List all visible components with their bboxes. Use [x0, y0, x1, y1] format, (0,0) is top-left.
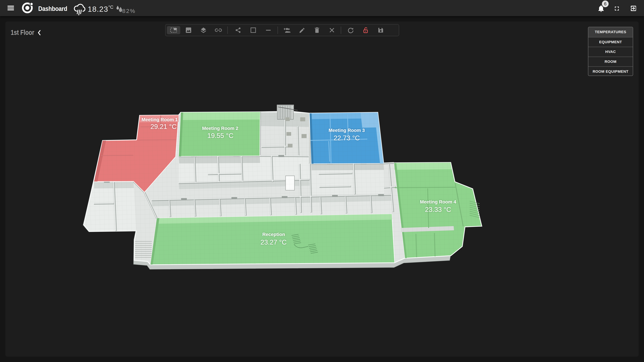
svg-text:Meeting Room 3: Meeting Room 3 [328, 128, 365, 133]
svg-text:23.27 °C: 23.27 °C [260, 239, 286, 246]
svg-text:23.33 °C: 23.33 °C [425, 206, 451, 213]
svg-text:Reception: Reception [262, 232, 285, 237]
svg-text:Meeting Room 2: Meeting Room 2 [202, 126, 238, 131]
svg-text:22.73 °C: 22.73 °C [334, 134, 360, 142]
svg-text:Meeting Room 4: Meeting Room 4 [420, 199, 456, 204]
svg-text:29.21 °C: 29.21 °C [150, 123, 176, 130]
svg-text:Meeting Room 1: Meeting Room 1 [142, 117, 178, 122]
svg-text:19.55 °C: 19.55 °C [207, 132, 234, 139]
